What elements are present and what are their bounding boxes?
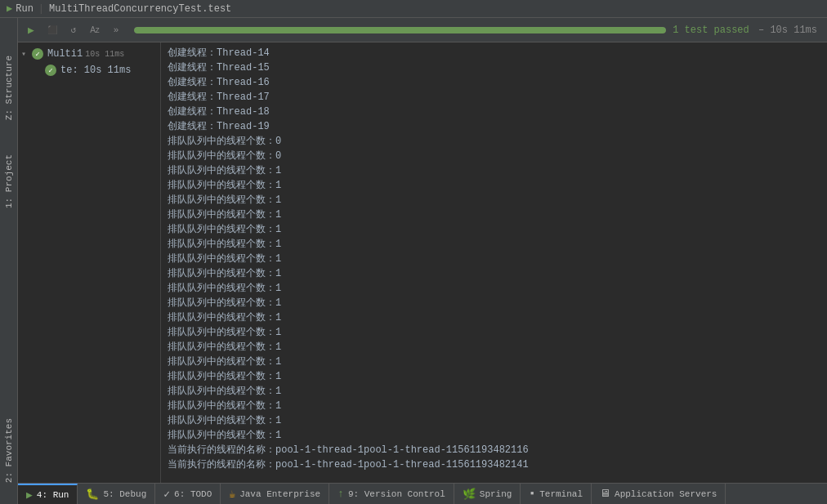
spring-tab-label: Spring (480, 489, 512, 499)
app-servers-tab-icon: 🖥 (600, 488, 610, 500)
sort-button[interactable]: Az (85, 20, 105, 40)
console-line: 排队队列中的线程个数：1 (168, 163, 820, 178)
console-line: 排队队列中的线程个数：0 (168, 134, 820, 149)
tab-app-servers[interactable]: 🖥 Application Servers (592, 484, 726, 504)
console-line: 排队队列中的线程个数：1 (168, 399, 820, 413)
console-line: 排队队列中的线程个数：1 (168, 266, 820, 281)
console-panel[interactable]: 创建线程：Thread-14创建线程：Thread-15创建线程：Thread-… (161, 42, 827, 483)
console-line: 排队队列中的线程个数：1 (168, 178, 820, 193)
java-enterprise-tab-icon: ☕ (229, 488, 235, 501)
run-tab-icon: ▶ (26, 488, 33, 502)
console-line: 排队队列中的线程个数：1 (168, 355, 820, 369)
tab-terminal[interactable]: ▪ Terminal (521, 484, 592, 504)
test-tree-panel: ▾ ✓ Multi1 10s 11ms ✓ te: 10s 11ms (18, 42, 161, 483)
console-line: 排队队列中的线程个数：1 (168, 428, 820, 443)
console-line: 创建线程：Thread-17 (168, 90, 820, 105)
console-line: 排队队列中的线程个数：1 (168, 369, 820, 384)
tab-debug[interactable]: 🐛 5: Debug (78, 484, 155, 504)
run-panel: ▶ ⬛ ↺ Az » 1 test passed – 10s 11ms (18, 18, 827, 504)
sidebar-item-favorites[interactable]: 2: Favorites (4, 413, 14, 488)
console-line: 排队队列中的线程个数：1 (168, 207, 820, 222)
content-area: ▾ ✓ Multi1 10s 11ms ✓ te: 10s 11ms (18, 42, 827, 483)
console-line: 创建线程：Thread-16 (168, 75, 820, 90)
progress-area: 1 test passed – 10s 11ms (127, 25, 824, 36)
run-icon: ▶ (7, 2, 12, 15)
todo-tab-icon: ✓ (163, 488, 170, 501)
tree-item-te[interactable]: ✓ te: 10s 11ms (18, 62, 160, 78)
left-sidebar: Z: Structure 1: Project 2: Favorites (0, 18, 18, 504)
console-line: 排队队列中的线程个数：1 (168, 325, 820, 340)
tree-label-multi1: Multi1 (47, 48, 83, 60)
debug-tab-label: 5: Debug (103, 489, 146, 499)
console-line: 排队队列中的线程个数：1 (168, 296, 820, 310)
expand-button[interactable]: » (106, 20, 126, 40)
console-line: 排队队列中的线程个数：1 (168, 310, 820, 325)
console-line: 排队队列中的线程个数：1 (168, 193, 820, 207)
console-line: 创建线程：Thread-14 (168, 46, 820, 60)
todo-tab-label: 6: TODO (174, 489, 212, 499)
console-line: 排队队列中的线程个数：1 (168, 340, 820, 355)
console-line: 排队队列中的线程个数：1 (168, 281, 820, 296)
console-line: 排队队列中的线程个数：0 (168, 149, 820, 163)
console-line: 排队队列中的线程个数：1 (168, 252, 820, 266)
progress-bar-container (134, 27, 666, 33)
console-line: 排队队列中的线程个数：1 (168, 237, 820, 252)
console-line: 创建线程：Thread-18 (168, 105, 820, 119)
progress-bar (134, 27, 666, 33)
rerun-failed-button[interactable]: ↺ (64, 20, 83, 40)
terminal-tab-label: Terminal (539, 489, 583, 499)
time-badge-multi1: 10s 11ms (85, 50, 124, 59)
tab-java-enterprise[interactable]: ☕ Java Enterprise (221, 484, 329, 504)
rerun-button[interactable]: ▶ (21, 20, 41, 40)
tree-arrow-multi1: ▾ (21, 49, 31, 59)
console-line: 当前执行的线程的名称：pool-1-thread-1pool-1-thread-… (168, 457, 820, 472)
run-toolbar: ▶ ⬛ ↺ Az » 1 test passed – 10s 11ms (18, 18, 827, 42)
status-icon-multi1: ✓ (31, 47, 44, 60)
console-line: 当前执行的线程的名称：pool-1-thread-1pool-1-thread-… (168, 443, 820, 457)
version-control-tab-icon: ↑ (338, 488, 344, 500)
title-bar: ▶ Run | MultiThreadConcurrencyTest.test (0, 0, 827, 18)
sidebar-item-structure[interactable]: Z: Structure (4, 51, 14, 125)
tab-spring[interactable]: 🌿 Spring (454, 484, 521, 504)
sidebar-item-project[interactable]: 1: Project (4, 149, 14, 213)
tab-version-control[interactable]: ↑ 9: Version Control (329, 484, 454, 504)
version-control-tab-label: 9: Version Control (348, 489, 445, 499)
bottom-tabs: ▶ 4: Run 🐛 5: Debug ✓ 6: TODO ☕ Java Ent… (18, 483, 827, 504)
tree-item-multi1[interactable]: ▾ ✓ Multi1 10s 11ms (18, 46, 160, 62)
tab-run[interactable]: ▶ 4: Run (18, 484, 78, 504)
java-enterprise-tab-label: Java Enterprise (239, 489, 320, 499)
app-servers-tab-label: Application Servers (615, 489, 717, 499)
console-line: 排队队列中的线程个数：1 (168, 384, 820, 399)
run-tab-label: 4: Run (37, 490, 69, 500)
terminal-tab-icon: ▪ (529, 488, 535, 500)
console-line: 创建线程：Thread-15 (168, 60, 820, 75)
filename-label: MultiThreadConcurrencyTest.test (49, 3, 231, 15)
console-line: 排队队列中的线程个数：1 (168, 222, 820, 237)
run-label: Run (16, 3, 34, 15)
spring-tab-icon: 🌿 (463, 488, 476, 501)
debug-tab-icon: 🐛 (86, 488, 99, 501)
tab-todo[interactable]: ✓ 6: TODO (155, 484, 221, 504)
tree-label-te: te: 10s 11ms (60, 65, 131, 76)
console-line: 创建线程：Thread-19 (168, 119, 820, 134)
status-icon-te: ✓ (44, 64, 57, 77)
console-line: 排队队列中的线程个数：1 (168, 413, 820, 428)
stop-button[interactable]: ⬛ (42, 20, 62, 40)
test-result-text: 1 test passed – 10s 11ms (673, 25, 817, 36)
